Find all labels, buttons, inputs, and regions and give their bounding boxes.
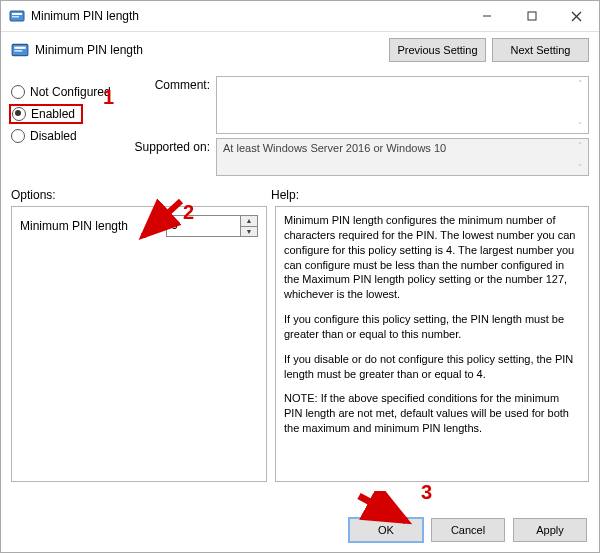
radio-label: Disabled <box>30 129 77 143</box>
policy-icon <box>11 41 29 59</box>
annotation-highlight-1: Enabled <box>9 104 83 124</box>
scroll-down-icon: ˅ <box>574 121 586 131</box>
policy-title: Minimum PIN length <box>35 43 383 57</box>
cancel-button[interactable]: Cancel <box>431 518 505 542</box>
options-heading: Options: <box>11 188 271 202</box>
scroll-up-icon: ˄ <box>574 141 586 151</box>
radio-label: Enabled <box>31 107 75 121</box>
scroll-down-icon: ˅ <box>574 163 586 173</box>
scroll-up-icon: ˄ <box>574 79 586 89</box>
help-text: If you configure this policy setting, th… <box>284 312 580 342</box>
supported-text: At least Windows Server 2016 or Windows … <box>223 142 446 154</box>
spinner-down-icon[interactable]: ▼ <box>241 227 257 237</box>
radio-not-configured[interactable]: Not Configured <box>11 82 119 102</box>
radio-label: Not Configured <box>30 85 111 99</box>
maximize-button[interactable] <box>509 1 554 31</box>
annotation-number-3: 3 <box>421 481 432 504</box>
svg-rect-8 <box>14 47 25 49</box>
previous-setting-button[interactable]: Previous Setting <box>389 38 486 62</box>
mid-labels: Options: Help: <box>1 180 599 204</box>
help-text: Minimum PIN length configures the minimu… <box>284 213 580 302</box>
spinner-up-icon[interactable]: ▲ <box>241 216 257 227</box>
radio-icon <box>12 107 26 121</box>
close-button[interactable] <box>554 1 599 31</box>
option-label: Minimum PIN length <box>20 219 166 233</box>
main-split: Minimum PIN length 6 ▲ ▼ Minimum PIN len… <box>1 204 599 482</box>
upper-section: Not Configured Enabled Disabled Comment:… <box>1 72 599 180</box>
radio-icon <box>11 85 25 99</box>
help-text: If you disable or do not configure this … <box>284 352 580 382</box>
ok-button[interactable]: OK <box>349 518 423 542</box>
svg-rect-4 <box>528 12 536 20</box>
minimize-button[interactable] <box>464 1 509 31</box>
footer-buttons: OK Cancel Apply <box>349 518 587 542</box>
spinner-arrows: ▲ ▼ <box>240 216 257 236</box>
svg-rect-1 <box>12 13 22 15</box>
help-text: NOTE: If the above specified conditions … <box>284 391 580 436</box>
help-heading: Help: <box>271 188 589 202</box>
comment-label: Comment: <box>125 76 216 92</box>
supported-value: At least Windows Server 2016 or Windows … <box>216 138 589 176</box>
radio-icon <box>11 129 25 143</box>
radio-enabled[interactable]: Enabled <box>11 104 119 124</box>
svg-rect-9 <box>14 50 22 52</box>
radio-disabled[interactable]: Disabled <box>11 126 119 146</box>
window-title: Minimum PIN length <box>31 9 464 23</box>
apply-button[interactable]: Apply <box>513 518 587 542</box>
option-row-pin-length: Minimum PIN length 6 ▲ ▼ <box>20 215 258 237</box>
detail-column: Comment: ˄ ˅ Supported on: At least Wind… <box>125 76 589 180</box>
next-setting-button[interactable]: Next Setting <box>492 38 589 62</box>
header-row: Minimum PIN length Previous Setting Next… <box>1 32 599 72</box>
spinner-value[interactable]: 6 <box>167 216 240 236</box>
supported-field: Supported on: At least Windows Server 20… <box>125 138 589 176</box>
dialog-window: Minimum PIN length Minimum PIN length Pr… <box>0 0 600 553</box>
svg-rect-2 <box>12 16 19 18</box>
state-column: Not Configured Enabled Disabled <box>11 76 119 180</box>
supported-label: Supported on: <box>125 138 216 154</box>
policy-icon <box>9 8 25 24</box>
help-pane[interactable]: Minimum PIN length configures the minimu… <box>275 206 589 482</box>
pin-length-spinner[interactable]: 6 ▲ ▼ <box>166 215 258 237</box>
window-controls <box>464 1 599 31</box>
comment-field: Comment: ˄ ˅ <box>125 76 589 134</box>
options-pane: Minimum PIN length 6 ▲ ▼ <box>11 206 267 482</box>
titlebar: Minimum PIN length <box>1 1 599 32</box>
comment-input[interactable]: ˄ ˅ <box>216 76 589 134</box>
